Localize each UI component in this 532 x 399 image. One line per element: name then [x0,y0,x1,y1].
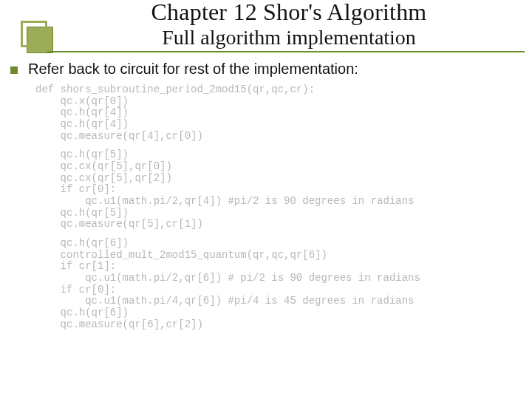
code-line: def shors_subroutine_period_2mod15(qr,qc… [35,84,517,96]
slide-subtitle: Full algorithm implementation [53,26,525,50]
code-line: qc.measure(qr[5],cr[1]) [35,219,517,231]
title-block: Chapter 12 Shor's Algorithm Full algorit… [53,0,525,50]
slide-decoration [21,21,47,47]
code-block: def shors_subroutine_period_2mod15(qr,qc… [35,84,517,330]
code-line: if cr[1]: [35,261,517,273]
code-line: qc.x(qr[0]) [35,96,517,108]
code-line: if cr[0]: [35,284,517,296]
code-line: qc.cx(qr[5],qr[0]) [35,161,517,173]
code-line: if cr[0]: [35,184,517,196]
code-line: qc.h(qr[5]) [35,208,517,219]
code-line: qc.measure(qr[6],cr[2]) [35,319,517,331]
bullet-item: Refer back to circuit for rest of the im… [10,61,525,78]
code-line: controlled_mult_2mod15_quantum(qr,qc,qr[… [35,250,517,262]
bullet-text: Refer back to circuit for rest of the im… [28,61,358,78]
code-line: qc.h(qr[5]) [35,149,517,161]
title-underline [47,51,525,52]
code-line: qc.cx(qr[5],qr[2]) [35,173,517,185]
code-line: qc.measure(qr[4],cr[0]) [35,131,517,143]
bullet-icon [10,66,18,74]
code-line: qc.h(qr[4]) [35,107,517,119]
code-line: qc.h(qr[6]) [35,238,517,250]
code-line: qc.h(qr[4]) [35,119,517,131]
code-line: qc.h(qr[6]) [35,307,517,319]
code-line: qc.u1(math.pi/2,qr[6]) # pi/2 is 90 degr… [35,273,517,284]
code-line: qc.u1(math.pi/4,qr[6]) #pi/4 is 45 degre… [35,296,517,307]
slide-title: Chapter 12 Shor's Algorithm [53,0,525,26]
code-line: qc.u1(math.pi/2,qr[4]) #pi/2 is 90 degre… [35,196,517,208]
